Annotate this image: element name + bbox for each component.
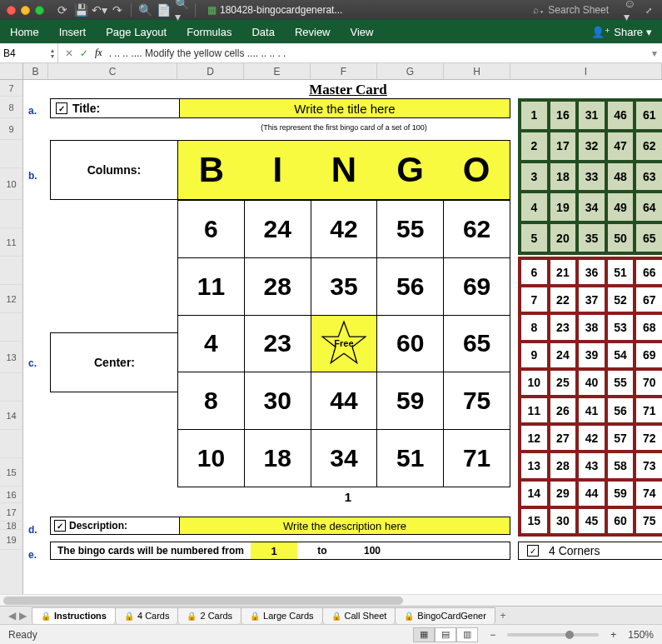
row-15[interactable]: 15 — [0, 458, 22, 487]
col-B[interactable]: B — [23, 63, 48, 79]
title-input[interactable]: Write the title here — [179, 99, 510, 117]
bingo-cell[interactable]: 35 — [311, 258, 378, 315]
zoom-in-btn[interactable]: + — [605, 629, 621, 641]
col-D[interactable]: D — [177, 63, 244, 79]
bingo-letter[interactable]: N — [311, 141, 377, 199]
bingo-cell[interactable]: 4 — [178, 316, 245, 372]
row-16[interactable]: 16 — [0, 487, 22, 503]
col-I[interactable]: I — [510, 63, 662, 79]
fx-icon[interactable]: fx — [95, 47, 102, 59]
sheet-tab[interactable]: 🔒4 Cards — [115, 607, 179, 624]
bingo-cell[interactable]: 71 — [444, 430, 510, 487]
cancel-icon[interactable]: ✕ — [65, 47, 73, 59]
expand-icon[interactable]: ⤢ — [642, 3, 655, 17]
confirm-icon[interactable]: ✓ — [80, 47, 88, 59]
row-[interactable] — [0, 200, 22, 228]
col-C[interactable]: C — [48, 63, 177, 79]
expand-formula-icon[interactable]: ▾ — [647, 47, 662, 59]
bingo-cell[interactable]: 62 — [444, 201, 510, 257]
bingo-cell[interactable]: 24 — [245, 201, 311, 257]
bingo-letter[interactable]: O — [443, 141, 510, 199]
horizontal-scrollbar[interactable] — [0, 594, 662, 606]
bingo-letter[interactable]: G — [377, 141, 444, 199]
page-icon[interactable]: 📄 — [157, 3, 170, 17]
bingo-cell[interactable]: 18 — [245, 430, 311, 487]
sheet-tab[interactable]: 🔒Instructions — [32, 607, 116, 624]
bingo-cell[interactable]: 65 — [444, 316, 510, 372]
bingo-cell[interactable]: 6 — [178, 201, 245, 257]
tab-data[interactable]: Data — [251, 26, 274, 38]
zoom-out-btn[interactable]: − — [485, 629, 500, 641]
zoom-out-icon[interactable]: 🔍 — [138, 3, 152, 17]
tab-home[interactable]: Home — [10, 26, 39, 38]
share-button[interactable]: 👤⁺ Share ▾ — [591, 26, 652, 38]
sheet-tab[interactable]: 🔒Call Sheet — [322, 607, 396, 624]
bingo-cell[interactable]: 30 — [245, 372, 311, 429]
bingo-cell[interactable]: 60 — [377, 316, 444, 372]
view-normal-icon[interactable]: ▦ — [413, 627, 435, 642]
sheet-tab[interactable]: 🔒Large Cards — [241, 607, 323, 624]
sheet-tab[interactable]: 🔒BingoCardGener — [395, 607, 495, 624]
corners-checkbox[interactable]: ✓ — [527, 545, 539, 557]
undo-icon[interactable]: ↶▾ — [92, 3, 106, 17]
tab-formulas[interactable]: Formulas — [187, 26, 231, 38]
tab-next-icon[interactable]: ▶ — [19, 610, 27, 622]
row-[interactable] — [0, 257, 22, 285]
row-13[interactable]: 13 — [0, 342, 22, 373]
add-sheet-button[interactable]: + — [495, 610, 511, 622]
view-break-icon[interactable]: ▥ — [456, 627, 478, 642]
bingo-cell[interactable]: 11 — [178, 258, 245, 315]
bingo-letter[interactable]: B — [178, 141, 245, 199]
bingo-letter[interactable]: I — [245, 141, 311, 199]
desc-input[interactable]: Write the description here — [179, 517, 510, 534]
tab-insert[interactable]: Insert — [59, 26, 87, 38]
col-G[interactable]: G — [377, 63, 444, 79]
tab-page-layout[interactable]: Page Layout — [106, 26, 167, 38]
row-14[interactable]: 14 — [0, 402, 22, 430]
bingo-cell[interactable]: 34 — [311, 430, 378, 487]
redo-icon[interactable]: ↷ — [111, 3, 124, 17]
zoom-in-icon[interactable]: 🔍▾ — [175, 3, 188, 17]
feedback-icon[interactable]: ☺▾ — [624, 3, 637, 17]
col-F[interactable]: F — [311, 63, 377, 79]
row-7[interactable]: 7 — [0, 80, 22, 97]
autosave-icon[interactable]: ⟳ — [56, 3, 69, 17]
bingo-cell[interactable]: 10 — [178, 430, 245, 487]
col-E[interactable]: E — [244, 63, 311, 79]
minimize-icon[interactable] — [21, 6, 30, 15]
bingo-cell[interactable]: 75 — [444, 372, 510, 429]
maximize-icon[interactable] — [35, 6, 44, 15]
title-checkbox[interactable]: ✓ — [56, 102, 67, 114]
zoom-slider[interactable] — [507, 633, 599, 637]
bingo-cell[interactable]: 42 — [311, 201, 378, 257]
row-9[interactable]: 9 — [0, 118, 22, 140]
row-[interactable] — [0, 140, 22, 168]
bingo-cell[interactable]: 23 — [245, 316, 311, 372]
bingo-cell[interactable]: 8 — [178, 372, 245, 429]
tab-prev-icon[interactable]: ◀ — [8, 610, 16, 622]
row-[interactable] — [0, 430, 22, 458]
save-icon[interactable]: 💾 — [74, 3, 87, 17]
row-8[interactable]: 8 — [0, 97, 22, 118]
desc-checkbox[interactable]: ✓ — [54, 520, 66, 532]
search-sheet[interactable]: ⌕▾ Search Sheet — [533, 4, 609, 16]
sheet-tab[interactable]: 🔒2 Cards — [177, 607, 241, 624]
close-icon[interactable] — [7, 6, 16, 15]
bingo-cell[interactable]: 51 — [377, 430, 444, 487]
formula-text[interactable]: . .. .. .... Modify the yellow cells ...… — [109, 47, 286, 59]
bingo-cell[interactable]: 28 — [245, 258, 311, 315]
name-box[interactable]: B4 ▴▾ — [0, 43, 58, 62]
row-19[interactable]: 19 — [0, 530, 22, 550]
tab-view[interactable]: View — [351, 26, 374, 38]
bingo-cell[interactable]: Free — [311, 316, 378, 372]
row-12[interactable]: 12 — [0, 285, 22, 313]
bingo-cell[interactable]: 69 — [444, 258, 510, 315]
col-H[interactable]: H — [444, 63, 510, 79]
row-17[interactable]: 17 — [0, 503, 22, 522]
bingo-cell[interactable]: 59 — [377, 372, 444, 429]
zoom-level[interactable]: 150% — [628, 629, 654, 641]
row-10[interactable]: 10 — [0, 168, 22, 200]
bingo-cell[interactable]: 44 — [311, 372, 378, 429]
row-[interactable] — [0, 373, 22, 402]
number-from[interactable]: 1 — [251, 542, 297, 559]
